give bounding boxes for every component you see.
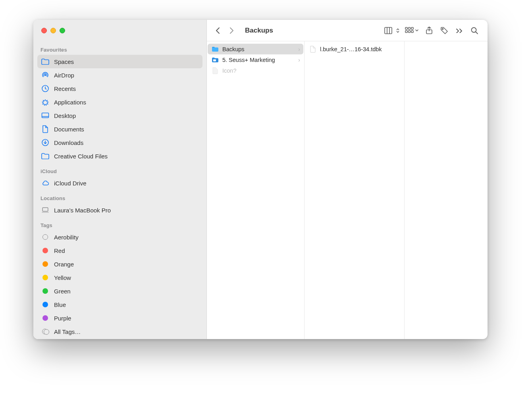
svg-rect-9 [405, 31, 407, 33]
tag-dot-icon [42, 261, 48, 267]
window-controls [33, 20, 206, 41]
sidebar-section-favourites: Favourites [37, 41, 202, 55]
sidebar-item-label: Recents [54, 85, 76, 92]
sidebar-tag-orange[interactable]: Orange [37, 257, 202, 271]
sidebar-item-spaces[interactable]: Spaces [37, 55, 202, 68]
list-item[interactable]: Backups › [208, 44, 303, 54]
svg-point-14 [472, 27, 476, 32]
applications-icon [41, 98, 49, 106]
sidebar-item-label: Green [54, 288, 71, 295]
sidebar-item-icloud-drive[interactable]: iCloud Drive [37, 176, 202, 190]
svg-rect-2 [42, 113, 49, 118]
sidebar-item-label: Documents [54, 126, 84, 133]
svg-rect-10 [408, 31, 410, 33]
column-1[interactable]: l.burke_21-…16-34.tdbk [305, 41, 405, 339]
svg-rect-15 [213, 59, 216, 61]
sidebar-section-icloud: iCloud [37, 163, 202, 176]
list-item[interactable]: 5. Seuss+ Marketing › [208, 54, 303, 65]
sidebar-item-applications[interactable]: Applications [37, 95, 202, 109]
sidebar-item-label: Purple [54, 315, 71, 322]
sidebar-item-label: AirDrop [54, 72, 74, 79]
sidebar-tag-red[interactable]: Red [37, 244, 202, 257]
sidebar: Favourites Spaces AirDrop [33, 20, 207, 339]
finder-window: Favourites Spaces AirDrop [33, 20, 488, 339]
main-panel: Backups [207, 20, 488, 339]
sidebar-tag-blue[interactable]: Blue [37, 298, 202, 311]
document-icon [309, 46, 316, 53]
folder-icon [41, 152, 49, 160]
sidebar-item-downloads[interactable]: Downloads [37, 136, 202, 149]
desktop-icon [41, 112, 49, 120]
column-0[interactable]: Backups › 5. Seuss+ Marketing › [207, 41, 305, 339]
tag-dot-icon [42, 234, 48, 240]
sidebar-tag-all[interactable]: All Tags… [37, 325, 202, 338]
forward-button[interactable] [226, 25, 237, 36]
sidebar-item-creative-cloud[interactable]: Creative Cloud Files [37, 149, 202, 163]
list-item[interactable]: l.burke_21-…16-34.tdbk [305, 44, 403, 54]
tag-dot-icon [42, 248, 48, 253]
search-button[interactable] [468, 25, 480, 36]
folder-icon [212, 56, 219, 64]
sidebar-tag-yellow[interactable]: Yellow [37, 271, 202, 284]
share-button[interactable] [423, 25, 435, 36]
column-view: Backups › 5. Seuss+ Marketing › [207, 41, 488, 339]
sidebar-item-label: Applications [54, 99, 86, 106]
close-window-button[interactable] [41, 28, 47, 33]
view-mode-button[interactable] [384, 25, 400, 36]
laptop-icon [41, 206, 49, 214]
sidebar-item-airdrop[interactable]: AirDrop [37, 68, 202, 82]
column-2[interactable] [405, 41, 488, 339]
svg-rect-5 [385, 27, 392, 34]
sidebar-item-label: Desktop [54, 112, 76, 119]
sidebar-item-label: iCloud Drive [54, 180, 87, 187]
cloud-icon [41, 179, 49, 187]
sidebar-item-label: Spaces [54, 58, 74, 65]
document-icon [41, 125, 49, 133]
group-by-button[interactable] [403, 25, 420, 36]
sidebar-tag-aerobility[interactable]: Aerobility [37, 230, 202, 244]
tag-dot-icon [42, 288, 48, 294]
svg-rect-8 [411, 27, 413, 29]
download-icon [41, 139, 49, 147]
svg-point-13 [442, 28, 443, 29]
tags-button[interactable] [438, 25, 450, 36]
sidebar-item-label: Orange [54, 261, 74, 268]
minimize-window-button[interactable] [50, 28, 56, 33]
list-item[interactable]: Icon? [208, 65, 303, 76]
svg-rect-6 [405, 27, 407, 29]
sidebar-scroll[interactable]: Favourites Spaces AirDrop [33, 41, 206, 339]
window-title: Backups [245, 27, 273, 35]
folder-icon [41, 58, 49, 66]
sidebar-item-label: Creative Cloud Files [54, 153, 108, 160]
sidebar-item-desktop[interactable]: Desktop [37, 109, 202, 122]
sidebar-item-this-mac[interactable]: Laura’s MacBook Pro [37, 203, 202, 217]
folder-icon [212, 46, 219, 53]
sidebar-item-recents[interactable]: Recents [37, 82, 202, 95]
toolbar-overflow-button[interactable] [453, 25, 465, 36]
sidebar-item-label: Blue [54, 301, 66, 308]
sidebar-item-label: All Tags… [54, 328, 81, 335]
sidebar-tag-purple[interactable]: Purple [37, 311, 202, 325]
sidebar-item-label: Laura’s MacBook Pro [54, 207, 111, 214]
zoom-window-button[interactable] [60, 28, 65, 33]
file-name: Icon? [222, 67, 300, 74]
file-name: Backups [222, 46, 295, 52]
back-button[interactable] [212, 25, 224, 36]
blank-file-icon [212, 67, 219, 74]
sidebar-item-label: Yellow [54, 274, 71, 281]
sidebar-item-label: Downloads [54, 139, 83, 146]
toolbar: Backups [207, 20, 488, 41]
svg-rect-4 [42, 208, 48, 211]
sidebar-item-label: Red [54, 247, 65, 254]
sidebar-item-documents[interactable]: Documents [37, 122, 202, 136]
tag-dot-icon [42, 315, 48, 321]
sidebar-section-locations: Locations [37, 190, 202, 203]
svg-rect-11 [411, 31, 413, 33]
svg-point-0 [44, 74, 46, 76]
chevron-right-icon: › [298, 57, 300, 63]
file-name: 5. Seuss+ Marketing [222, 57, 295, 63]
sidebar-tag-green[interactable]: Green [37, 284, 202, 298]
sidebar-section-tags: Tags [37, 217, 202, 230]
clock-icon [41, 85, 49, 93]
sidebar-item-label: Aerobility [54, 234, 79, 241]
